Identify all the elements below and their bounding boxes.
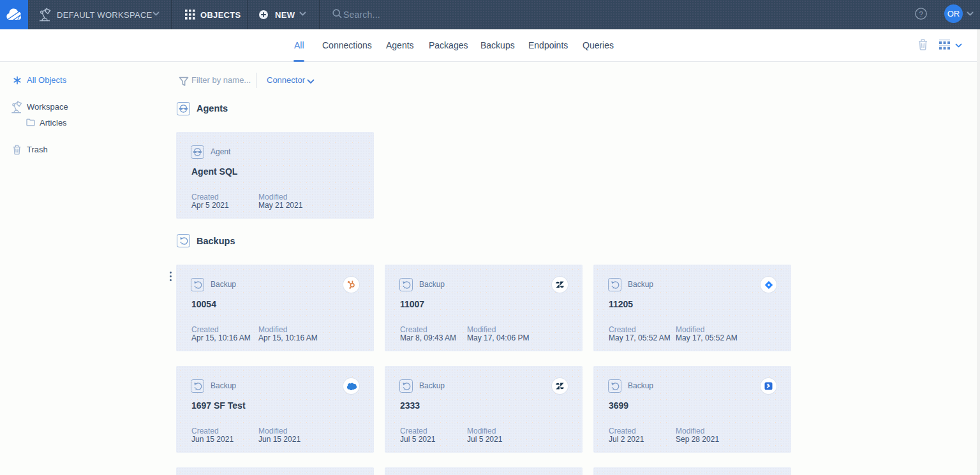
svg-text:?: ? xyxy=(919,10,923,18)
